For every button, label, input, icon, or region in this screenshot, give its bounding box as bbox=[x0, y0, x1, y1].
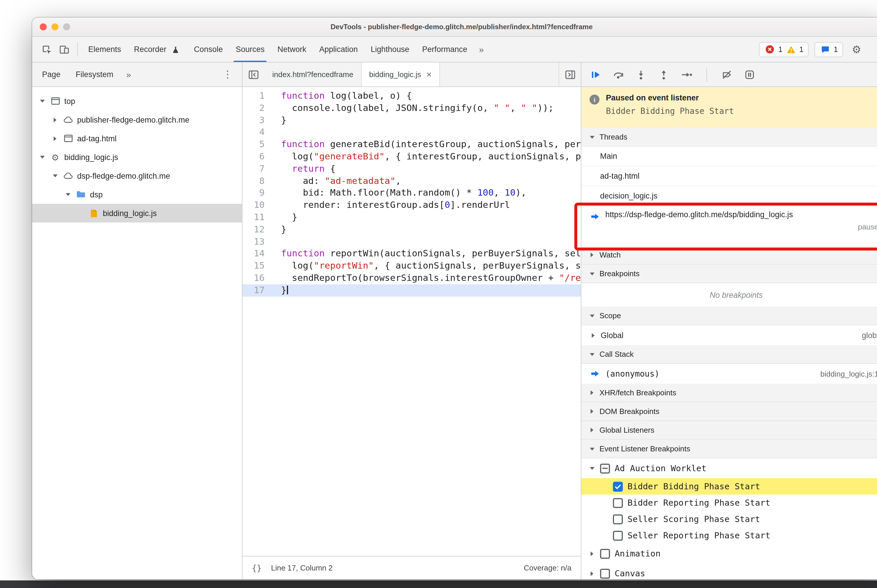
step-over-icon[interactable] bbox=[611, 68, 625, 81]
panel-tab-sources[interactable]: Sources bbox=[229, 37, 271, 62]
code-line-16[interactable]: 16 sendReportTo(browserSignals.interestG… bbox=[242, 272, 581, 284]
pause-on-exceptions-icon[interactable] bbox=[743, 68, 757, 81]
elb-item-bidder-reporting-phase-start[interactable]: Bidder Reporting Phase Start bbox=[581, 495, 877, 511]
panel-tab-recorder[interactable]: Recorder bbox=[128, 37, 188, 62]
line-number[interactable]: 12 bbox=[242, 224, 273, 236]
global-listeners-section-header[interactable]: Global Listeners bbox=[581, 421, 877, 440]
chevron-right-icon[interactable] bbox=[51, 117, 59, 122]
more-panels-button[interactable]: » bbox=[474, 44, 489, 54]
checkbox-unchecked-icon[interactable] bbox=[600, 549, 610, 558]
breakpoints-section-header[interactable]: Breakpoints bbox=[581, 264, 877, 283]
minimize-window-button[interactable] bbox=[51, 23, 59, 30]
resume-script-icon[interactable] bbox=[588, 68, 602, 81]
thread-item-https-dsp-fledge-demo-glitch-me-dsp-bidd[interactable]: https://dsp-fledge-demo.glitch.me/dsp/bi… bbox=[581, 206, 877, 246]
code-line-6[interactable]: 6 log("generateBid", { interestGroup, au… bbox=[242, 151, 581, 163]
checkbox-indeterminate-icon[interactable] bbox=[600, 464, 610, 473]
line-number[interactable]: 8 bbox=[242, 175, 273, 187]
step-out-icon[interactable] bbox=[657, 68, 671, 81]
tree-item-publisher-fledge-demo-glitch-me[interactable]: publisher-fledge-demo.glitch.me bbox=[32, 110, 242, 129]
line-number[interactable]: 6 bbox=[242, 151, 273, 163]
device-toolbar-icon[interactable] bbox=[56, 40, 73, 58]
line-number[interactable]: 16 bbox=[242, 272, 273, 284]
navigator-tab-page[interactable]: Page bbox=[35, 63, 68, 86]
panel-tab-lighthouse[interactable]: Lighthouse bbox=[364, 37, 416, 62]
step-into-icon[interactable] bbox=[634, 68, 648, 81]
elb-group-canvas[interactable]: Canvas bbox=[581, 564, 877, 579]
code-line-17[interactable]: 17} bbox=[242, 284, 581, 297]
inspect-element-icon[interactable] bbox=[38, 40, 56, 58]
navigator-kebab-menu-icon[interactable]: ⋮ bbox=[216, 68, 239, 81]
more-navigator-tabs-button[interactable]: » bbox=[121, 69, 137, 80]
checkbox-unchecked-icon[interactable] bbox=[600, 568, 610, 578]
line-number[interactable]: 5 bbox=[242, 138, 273, 151]
chevron-down-icon[interactable] bbox=[38, 155, 46, 159]
scope-global-row[interactable]: Global global bbox=[581, 325, 877, 345]
chevron-down-icon[interactable] bbox=[64, 193, 72, 196]
call-stack-section-header[interactable]: Call Stack bbox=[581, 345, 877, 364]
checkbox-checked-icon[interactable] bbox=[613, 482, 623, 491]
settings-gear-icon[interactable]: ⚙ bbox=[849, 43, 864, 56]
line-number[interactable]: 4 bbox=[242, 126, 273, 139]
chevron-down-icon[interactable] bbox=[38, 99, 46, 103]
close-window-button[interactable] bbox=[40, 23, 47, 30]
issues-pill[interactable]: 1 bbox=[814, 42, 843, 57]
line-number[interactable]: 10 bbox=[242, 199, 273, 212]
errors-warnings-pill[interactable]: 1 1 bbox=[759, 42, 809, 57]
watch-section-header[interactable]: Watch bbox=[581, 246, 877, 264]
line-number[interactable]: 15 bbox=[242, 260, 273, 272]
line-number[interactable]: 1 bbox=[242, 90, 273, 102]
line-number[interactable]: 9 bbox=[242, 187, 273, 200]
chevron-down-icon[interactable] bbox=[51, 174, 59, 177]
navigator-tab-filesystem[interactable]: Filesystem bbox=[68, 63, 121, 86]
dom-breakpoints-section-header[interactable]: DOM Breakpoints bbox=[581, 402, 877, 421]
panel-tab-performance[interactable]: Performance bbox=[416, 37, 474, 62]
line-number[interactable]: 2 bbox=[242, 102, 273, 114]
code-line-1[interactable]: 1function log(label, o) { bbox=[242, 90, 581, 102]
tree-item-dsp[interactable]: dsp bbox=[32, 185, 242, 204]
threads-section-header[interactable]: Threads bbox=[581, 128, 877, 147]
step-icon[interactable] bbox=[680, 68, 693, 81]
elb-group-ad-auction-worklet[interactable]: Ad Auction Worklet bbox=[581, 458, 877, 478]
chevron-right-icon[interactable] bbox=[588, 571, 596, 576]
tree-item-dsp-fledge-demo-glitch-me[interactable]: dsp-fledge-demo.glitch.me bbox=[32, 166, 242, 185]
panel-tab-elements[interactable]: Elements bbox=[82, 37, 128, 62]
thread-item-decision-logic-js[interactable]: decision_logic.js bbox=[581, 186, 877, 206]
xhr-breakpoints-section-header[interactable]: XHR/fetch Breakpoints bbox=[581, 384, 877, 402]
panel-tab-console[interactable]: Console bbox=[188, 37, 229, 62]
line-number[interactable]: 14 bbox=[242, 248, 273, 260]
checkbox-unchecked-icon[interactable] bbox=[613, 531, 623, 540]
code-line-7[interactable]: 7 return { bbox=[242, 163, 581, 175]
code-line-3[interactable]: 3} bbox=[242, 114, 581, 126]
elb-item-bidder-bidding-phase-start[interactable]: Bidder Bidding Phase Start bbox=[581, 478, 877, 495]
line-number[interactable]: 3 bbox=[242, 114, 273, 126]
frame-location-link[interactable]: bidding_logic.js:17 bbox=[820, 369, 877, 378]
line-number[interactable]: 11 bbox=[242, 212, 273, 224]
panel-tab-application[interactable]: Application bbox=[313, 37, 364, 62]
call-stack-frame[interactable]: (anonymous) bidding_logic.js:17 bbox=[581, 364, 877, 384]
editor-tab-bidding-logic-js[interactable]: bidding_logic.js× bbox=[362, 63, 440, 86]
code-line-12[interactable]: 12} bbox=[242, 224, 581, 236]
code-line-14[interactable]: 14function reportWin(auctionSignals, per… bbox=[242, 248, 581, 260]
code-line-4[interactable]: 4 bbox=[242, 126, 581, 139]
code-line-9[interactable]: 9 bid: Math.floor(Math.random() * 100, 1… bbox=[242, 187, 581, 200]
chevron-right-icon[interactable] bbox=[51, 136, 59, 141]
code-line-13[interactable]: 13 bbox=[242, 236, 581, 248]
deactivate-breakpoints-icon[interactable] bbox=[720, 68, 734, 81]
code-line-11[interactable]: 11 } bbox=[242, 212, 581, 224]
tree-item-bidding-logic-js[interactable]: ⚙bidding_logic.js bbox=[32, 148, 242, 166]
panel-tab-network[interactable]: Network bbox=[271, 37, 313, 62]
close-tab-icon[interactable]: × bbox=[426, 70, 432, 79]
thread-item-main[interactable]: Main bbox=[581, 147, 877, 166]
tree-item-top[interactable]: top bbox=[32, 92, 242, 110]
chevron-right-icon[interactable] bbox=[588, 551, 596, 556]
thread-item-ad-tag-html[interactable]: ad-tag.html bbox=[581, 166, 877, 186]
kebab-menu-icon[interactable]: ⋮ bbox=[870, 43, 877, 56]
navigator-toggle-icon[interactable] bbox=[242, 63, 265, 86]
tree-item-ad-tag-html[interactable]: ad-tag.html bbox=[32, 129, 242, 148]
pretty-print-button[interactable]: {} bbox=[252, 563, 262, 573]
elb-item-seller-scoring-phase-start[interactable]: Seller Scoring Phase Start bbox=[581, 511, 877, 527]
elb-group-animation[interactable]: Animation bbox=[581, 544, 877, 564]
line-number[interactable]: 17 bbox=[242, 284, 273, 297]
debugger-toggle-icon[interactable] bbox=[558, 63, 581, 86]
code-line-10[interactable]: 10 render: interestGroup.ads[0].renderUr… bbox=[242, 199, 581, 212]
